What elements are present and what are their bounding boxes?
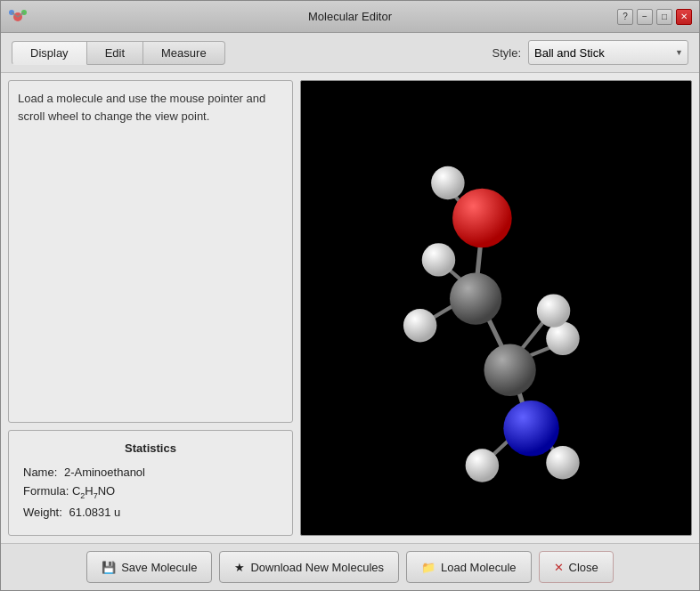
stats-name-value: 2-Aminoethanol — [64, 466, 145, 479]
molecule-svg — [301, 81, 691, 535]
left-panel: Load a molecule and use the mouse pointe… — [8, 80, 293, 536]
statistics-box: Statistics Name: 2-Aminoethanol Formula:… — [8, 430, 293, 536]
style-select-wrapper: Ball and Stick Stick Space Fill Wire Fra… — [528, 40, 688, 65]
download-btn-label: Download New Molecules — [250, 561, 384, 574]
svg-point-25 — [466, 449, 499, 482]
svg-point-24 — [537, 294, 570, 327]
close-btn-label: Close — [569, 561, 598, 574]
stats-weight-row: Weight: 61.0831 u — [23, 506, 278, 519]
save-btn-label: Save Molecule — [121, 561, 197, 574]
svg-point-20 — [431, 166, 464, 199]
style-label: Style: — [492, 46, 521, 60]
info-box: Load a molecule and use the mouse pointe… — [8, 80, 293, 423]
load-btn-label: Load Molecule — [441, 561, 517, 574]
stats-formula-value: C2H7NO — [72, 484, 115, 498]
tab-display[interactable]: Display — [12, 41, 87, 65]
main-window: Molecular Editor ? − □ ✕ Display Edit Me… — [0, 0, 700, 591]
titlebar: Molecular Editor ? − □ ✕ — [1, 1, 699, 33]
svg-point-21 — [403, 309, 436, 342]
tab-edit[interactable]: Edit — [87, 41, 143, 65]
tab-group: Display Edit Measure — [12, 41, 225, 65]
stats-name-label: Name: — [23, 466, 57, 479]
save-molecule-button[interactable]: 💾 Save Molecule — [86, 551, 212, 583]
info-text: Load a molecule and use the mouse pointe… — [18, 92, 265, 123]
style-group: Style: Ball and Stick Stick Space Fill W… — [492, 40, 688, 65]
download-icon: ★ — [234, 561, 245, 574]
titlebar-left — [8, 7, 28, 27]
load-icon: 📁 — [421, 561, 435, 574]
footer: 💾 Save Molecule ★ Download New Molecules… — [1, 543, 699, 590]
save-icon: 💾 — [102, 561, 116, 574]
stats-formula-label: Formula: — [23, 484, 69, 498]
titlebar-controls: ? − □ ✕ — [617, 9, 692, 25]
stats-weight-label: Weight: — [23, 506, 62, 519]
download-molecules-button[interactable]: ★ Download New Molecules — [219, 551, 399, 583]
app-icon — [8, 7, 28, 27]
main-content: Load a molecule and use the mouse pointe… — [1, 73, 699, 543]
svg-point-19 — [503, 401, 558, 456]
stats-formula-row: Formula: C2H7NO — [23, 484, 278, 500]
toolbar: Display Edit Measure Style: Ball and Sti… — [1, 33, 699, 73]
stats-weight-value: 61.0831 u — [69, 506, 120, 519]
statistics-title: Statistics — [23, 441, 278, 455]
svg-point-26 — [546, 446, 579, 479]
svg-point-18 — [484, 344, 535, 396]
window-close-button[interactable]: ✕ — [676, 9, 692, 25]
close-button[interactable]: ✕ Close — [539, 551, 614, 583]
close-icon: ✕ — [554, 561, 564, 574]
style-select[interactable]: Ball and Stick Stick Space Fill Wire Fra… — [528, 40, 688, 65]
maximize-button[interactable]: □ — [656, 9, 672, 25]
load-molecule-button[interactable]: 📁 Load Molecule — [406, 551, 532, 583]
help-button[interactable]: ? — [617, 9, 633, 25]
svg-point-16 — [452, 189, 512, 248]
svg-point-22 — [422, 243, 455, 276]
svg-point-17 — [450, 272, 501, 324]
molecule-viewer[interactable] — [300, 80, 692, 536]
window-title: Molecular Editor — [308, 10, 392, 23]
stats-name-row: Name: 2-Aminoethanol — [23, 466, 278, 479]
tab-measure[interactable]: Measure — [143, 41, 225, 65]
minimize-button[interactable]: − — [637, 9, 653, 25]
